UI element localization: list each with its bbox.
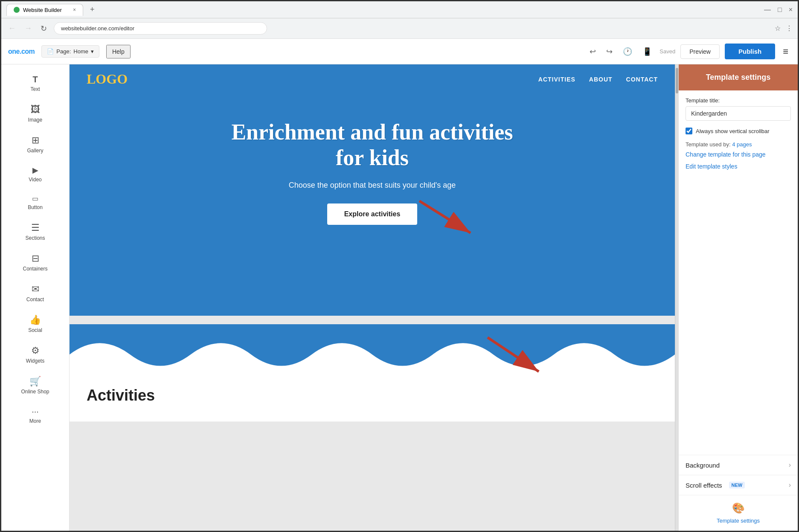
sidebar-item-image[interactable]: 🖼 Image [5, 99, 66, 128]
button-icon: ▭ [32, 195, 38, 203]
image-icon: 🖼 [31, 104, 40, 115]
more-icon: ··· [32, 407, 39, 416]
scrollbar-checkbox[interactable] [686, 128, 692, 134]
brand-logo: one.com [8, 48, 35, 55]
sidebar-label-online-shop: Online Shop [21, 389, 49, 395]
sidebar-item-widgets[interactable]: ⚙ Widgets [5, 340, 66, 369]
mobile-preview-button[interactable]: 📱 [640, 44, 654, 59]
online-shop-icon: 🛒 [29, 376, 41, 387]
new-tab-button[interactable]: + [87, 3, 98, 16]
publish-button[interactable]: Publish [725, 44, 775, 59]
widgets-icon: ⚙ [31, 345, 40, 356]
social-icon: 👍 [29, 314, 41, 326]
scroll-effects-chevron-icon: › [789, 481, 791, 489]
sidebar-label-widgets: Widgets [26, 358, 44, 364]
sidebar-item-sections[interactable]: ☰ Sections [5, 217, 66, 246]
bookmark-icon[interactable]: ☆ [775, 24, 781, 32]
sidebar-item-button[interactable]: ▭ Button [5, 189, 66, 215]
preview-button[interactable]: Preview [680, 44, 720, 59]
close-button[interactable]: × [789, 6, 793, 14]
hero-subtitle: Choose the option that best suits your c… [289, 181, 456, 190]
canvas-scrollbar[interactable] [675, 64, 678, 531]
sidebar-item-contact[interactable]: ✉ Contact [5, 279, 66, 308]
maximize-button[interactable]: □ [778, 6, 782, 14]
history-button[interactable]: 🕐 [620, 44, 635, 59]
change-template-link[interactable]: Change template for this page [686, 151, 791, 158]
sidebar-item-social[interactable]: 👍 Social [5, 309, 66, 338]
sidebar-label-sections: Sections [25, 235, 45, 241]
canvas-scroll-thumb[interactable] [676, 68, 678, 93]
site-activities: Activities [70, 369, 675, 422]
sidebar-label-gallery: Gallery [27, 148, 43, 154]
gallery-icon: ⊞ [32, 135, 39, 146]
scrollbar-checkbox-label: Always show vertical scrollbar [696, 128, 770, 134]
activities-title: Activities [87, 387, 658, 404]
sidebar-item-containers[interactable]: ⊟ Containers [5, 248, 66, 277]
sidebar-item-text[interactable]: T Text [5, 70, 66, 97]
scroll-effects-row[interactable]: Scroll effects NEW › [679, 475, 798, 495]
sidebar-item-gallery[interactable]: ⊞ Gallery [5, 130, 66, 159]
site-logo: LOGO [87, 71, 128, 87]
page-selector[interactable]: 📄 Page: Home ▾ [41, 45, 99, 58]
edit-styles-link[interactable]: Edit template styles [686, 163, 791, 170]
template-pages-link[interactable]: 4 pages [732, 141, 752, 148]
background-row[interactable]: Background › [679, 455, 798, 475]
video-icon: ▶ [32, 166, 38, 175]
tab-title: Website Builder [23, 7, 62, 13]
title-field-label: Template title: [686, 97, 791, 104]
sidebar-label-text: Text [30, 86, 40, 92]
scroll-effects-label-group: Scroll effects NEW [686, 482, 745, 489]
browser-addressbar: ← → ↻ ☆ ⋮ [1, 18, 798, 39]
redo-button[interactable]: ↪ [604, 44, 615, 59]
template-title-input[interactable] [686, 106, 791, 121]
sidebar-item-video[interactable]: ▶ Video [5, 160, 66, 188]
address-input[interactable] [54, 22, 267, 35]
browser-tab[interactable]: Website Builder × [6, 4, 83, 16]
undo-button[interactable]: ↩ [587, 44, 599, 59]
app-container: one.com 📄 Page: Home ▾ Help ↩ ↪ 🕐 📱 Save… [1, 39, 798, 531]
sidebar-item-more[interactable]: ··· More [5, 401, 66, 429]
template-settings-icon: 🎨 [732, 502, 745, 514]
sections-icon: ☰ [31, 222, 40, 233]
minimize-button[interactable]: — [764, 6, 771, 14]
bottom-panel: 🎨 Template settings [679, 495, 798, 531]
nav-link-contact[interactable]: CONTACT [626, 76, 658, 83]
text-icon: T [32, 75, 38, 84]
sidebar-label-video: Video [29, 177, 41, 183]
nav-link-about[interactable]: ABOUT [589, 76, 613, 83]
toolbar-actions: ↩ ↪ 🕐 📱 Saved Preview Publish ≡ [587, 44, 791, 60]
browser-frame: Website Builder × + — □ × ← → ↻ ☆ ⋮ one.… [0, 0, 799, 532]
help-button[interactable]: Help [106, 45, 131, 58]
site-nav: LOGO ACTIVITIES ABOUT CONTACT [70, 64, 675, 94]
browser-titlebar: Website Builder × + — □ × [1, 1, 798, 18]
cloud-section [70, 324, 675, 369]
app-toolbar: one.com 📄 Page: Home ▾ Help ↩ ↪ 🕐 📱 Save… [1, 39, 798, 64]
window-controls: — □ × [764, 6, 793, 14]
template-panel: Template settings Template title: Always… [679, 64, 798, 495]
template-panel-header: Template settings [679, 64, 798, 90]
sidebar-item-online-shop[interactable]: 🛒 Online Shop [5, 371, 66, 400]
scrollbar-checkbox-row: Always show vertical scrollbar [686, 128, 791, 134]
tab-close-icon[interactable]: × [73, 7, 76, 13]
page-name: Home [73, 48, 88, 55]
menu-button[interactable]: ≡ [780, 44, 791, 60]
sidebar-label-more: More [29, 418, 41, 424]
template-settings-label[interactable]: Template settings [717, 517, 760, 524]
more-options-icon[interactable]: ⋮ [786, 24, 793, 32]
sidebar-label-image: Image [28, 117, 42, 123]
back-button[interactable]: ← [6, 22, 17, 35]
hero-cta-button[interactable]: Explore activities [327, 203, 418, 225]
sidebar-label-social: Social [28, 327, 42, 333]
sidebar-label-contact: Contact [26, 297, 44, 302]
site-nav-links: ACTIVITIES ABOUT CONTACT [538, 76, 658, 83]
template-panel-title: Template settings [706, 73, 771, 81]
tab-favicon [14, 7, 20, 13]
containers-icon: ⊟ [32, 253, 39, 264]
template-used-row: Template used by: 4 pages [686, 141, 791, 148]
forward-button[interactable]: → [23, 22, 34, 35]
page-icon: 📄 [47, 48, 54, 55]
reload-button[interactable]: ↻ [39, 22, 49, 35]
nav-link-activities[interactable]: ACTIVITIES [538, 76, 575, 83]
canvas-area: LOGO ACTIVITIES ABOUT CONTACT Enrichment… [70, 64, 675, 531]
template-panel-body: Template title: Always show vertical scr… [679, 90, 798, 455]
